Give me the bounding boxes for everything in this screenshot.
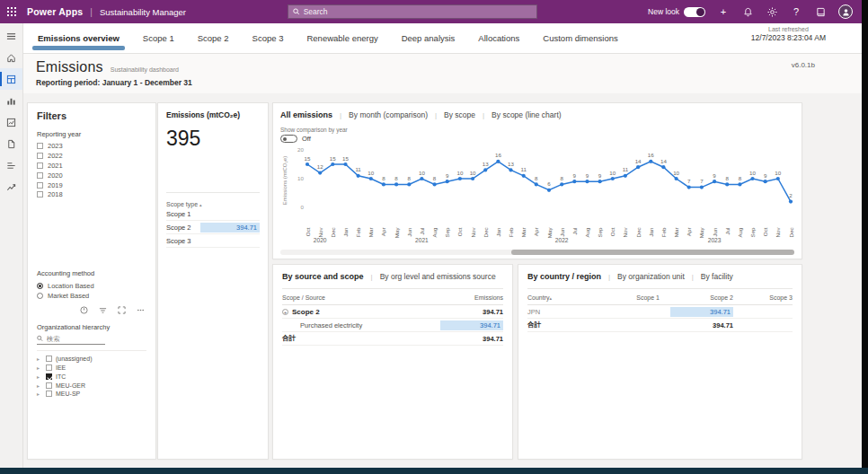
year-checkbox-2023[interactable]: 2023	[37, 142, 146, 151]
org-search-input[interactable]	[47, 335, 105, 343]
col-scope-source[interactable]: Scope / Source	[282, 294, 424, 301]
tree-item-iee[interactable]: ▸IEE	[37, 364, 146, 373]
more-options-icon[interactable]	[137, 306, 145, 314]
tab-custom-dimensions[interactable]: Custom dimensions	[541, 28, 619, 48]
tree-item-unassigned[interactable]: ▸(unassigned)	[37, 355, 146, 364]
app-brand[interactable]: Power Apps	[27, 6, 83, 17]
tab-scope-1[interactable]: Scope 1	[141, 28, 176, 48]
tab-by-scope[interactable]: By scope	[444, 110, 475, 119]
tree-item-meu-ger[interactable]: ▸MEU-GER	[37, 381, 146, 390]
help-icon[interactable]: ?	[790, 5, 802, 18]
filter-funnel-icon[interactable]	[99, 306, 107, 314]
nav-analytics-icon[interactable]	[0, 111, 22, 133]
tab-scope-3[interactable]: Scope 3	[251, 28, 286, 48]
col-scope1[interactable]: Scope 1	[605, 294, 660, 301]
tab-by-organization-unit[interactable]: By organization unit	[617, 272, 685, 281]
svg-text:Oct: Oct	[305, 227, 311, 236]
checkbox-checked[interactable]	[46, 373, 52, 380]
country-row-jpn[interactable]: JPN 394.71	[527, 305, 793, 319]
tab-emissions-overview[interactable]: Emissions overview	[36, 28, 121, 48]
tab-by-org-level[interactable]: By org level and emissions source	[380, 272, 496, 281]
checkbox[interactable]	[37, 143, 43, 149]
nav-list-icon[interactable]	[0, 154, 22, 176]
new-look-toggle[interactable]	[684, 7, 705, 17]
expand-plus-icon[interactable]: +	[282, 309, 288, 315]
svg-text:9: 9	[446, 172, 449, 179]
nav-trend-icon[interactable]	[0, 176, 22, 198]
kpi-row-scope1[interactable]: Scope 1	[166, 207, 260, 221]
nav-dashboards-icon-selected[interactable]	[0, 68, 22, 90]
comparison-toggle[interactable]	[280, 135, 297, 143]
year-checkbox-2019[interactable]: 2019	[37, 180, 146, 189]
global-search[interactable]	[288, 4, 537, 19]
country-row-total[interactable]: 合計 394.71	[527, 319, 793, 332]
caret-right-icon[interactable]: ▸	[37, 382, 42, 389]
search-input[interactable]	[304, 7, 532, 16]
year-checkbox-2018[interactable]: 2018	[37, 190, 146, 199]
year-checkbox-2021[interactable]: 2021	[37, 162, 146, 171]
source-row-total[interactable]: 合計 394.71	[282, 332, 503, 346]
kpi-row-scope3[interactable]: Scope 3	[166, 234, 260, 248]
col-scope3[interactable]: Scope 3	[733, 294, 793, 301]
col-scope2[interactable]: Scope 2	[660, 294, 733, 301]
add-icon[interactable]: +	[717, 5, 730, 18]
year-checkbox-2020[interactable]: 2020	[37, 171, 146, 180]
tab-by-scope-line-chart[interactable]: By scope (line chart)	[492, 110, 561, 119]
tab-all-emissions[interactable]: All emissions	[280, 110, 332, 119]
radio-market-based[interactable]: Market Based	[37, 291, 146, 301]
nav-menu-icon[interactable]	[0, 25, 22, 47]
emissions-line-chart[interactable]: 01020Emissions (mtCO₂e)15Oct12Nov15Dec15…	[280, 145, 794, 249]
checkbox[interactable]	[37, 172, 43, 179]
col-emissions[interactable]: Emissions	[424, 294, 503, 301]
source-row-purchased-electricity[interactable]: Purchased electricity 394.71	[282, 319, 503, 332]
search-icon	[293, 8, 300, 15]
notifications-bell-icon[interactable]	[741, 5, 754, 18]
kpi-row-scope2[interactable]: Scope 2 394.71	[166, 221, 260, 234]
line-chart-svg[interactable]: 01020Emissions (mtCO₂e)15Oct12Nov15Dec15…	[280, 145, 796, 245]
checkbox[interactable]	[37, 182, 43, 189]
svg-text:10: 10	[419, 170, 425, 176]
tab-by-facility[interactable]: By facility	[701, 272, 733, 281]
nav-bar-chart-icon[interactable]	[0, 90, 22, 111]
scrollbar-thumb[interactable]	[511, 250, 794, 255]
tab-allocations[interactable]: Allocations	[476, 28, 521, 48]
scope-type-column-header[interactable]: Scope type	[166, 201, 260, 207]
radio-location-based[interactable]: Location Based	[37, 281, 146, 291]
settings-gear-icon[interactable]	[766, 5, 778, 18]
radio-unselected[interactable]	[37, 293, 43, 299]
focus-mode-icon[interactable]	[118, 306, 126, 314]
year-checkbox-2022[interactable]: 2022	[37, 152, 146, 161]
caret-right-icon[interactable]: ▸	[37, 356, 42, 362]
tab-deep-analysis[interactable]: Deep analysis	[400, 28, 457, 48]
checkbox[interactable]	[46, 382, 52, 389]
checkbox[interactable]	[37, 153, 43, 159]
checkbox[interactable]	[46, 391, 52, 397]
tree-item-meu-sp[interactable]: ▸MEU-SP	[37, 390, 146, 399]
caret-right-icon[interactable]: ▸	[37, 373, 42, 380]
checkbox[interactable]	[46, 356, 52, 362]
waffle-menu-icon[interactable]	[0, 0, 23, 23]
checkbox[interactable]	[37, 162, 43, 169]
col-country[interactable]: Country	[527, 294, 605, 301]
checkbox[interactable]	[37, 191, 43, 198]
caret-right-icon[interactable]: ▸	[37, 391, 42, 397]
org-hierarchy-search[interactable]	[37, 335, 105, 345]
tree-item-itc[interactable]: ▸ITC	[37, 372, 146, 381]
clear-selections-icon[interactable]	[80, 306, 88, 314]
environment-name[interactable]: Sustainability Manager	[100, 7, 186, 17]
tab-by-country-region[interactable]: By country / region	[527, 272, 601, 281]
radio-selected[interactable]	[37, 283, 43, 289]
user-avatar[interactable]	[838, 4, 853, 19]
tab-scope-2[interactable]: Scope 2	[196, 28, 231, 48]
scope2-databar: 394.71	[200, 223, 260, 233]
tab-by-month-comparison[interactable]: By month (comparison)	[349, 110, 428, 119]
caret-right-icon[interactable]: ▸	[37, 364, 42, 371]
svg-text:Nov: Nov	[775, 227, 781, 238]
source-row-scope2[interactable]: +Scope 2 394.71	[282, 305, 503, 319]
checkbox[interactable]	[46, 364, 52, 371]
nav-document-icon[interactable]	[0, 133, 22, 154]
tab-by-source-and-scope[interactable]: By source and scope	[282, 272, 364, 281]
documentation-book-icon[interactable]	[814, 5, 827, 18]
tab-renewable-energy[interactable]: Renewable energy	[305, 28, 379, 48]
nav-home-icon[interactable]	[0, 47, 22, 68]
